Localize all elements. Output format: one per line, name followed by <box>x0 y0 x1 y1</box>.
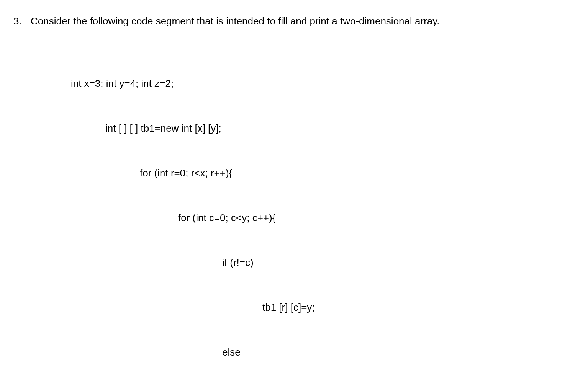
code-line-6: tb1 [r] [c]=y; <box>71 300 577 315</box>
code-block: int x=3; int y=4; int z=2; int [ ] [ ] t… <box>71 46 577 372</box>
code-line-5: if (r!=c) <box>71 255 577 270</box>
question-number: 3. <box>11 15 31 27</box>
code-line-4: for (int c=0; c<y; c++){ <box>71 210 577 225</box>
code-line-2: int [ ] [ ] tb1=new int [x] [y]; <box>71 121 577 136</box>
code-line-7: else <box>71 345 577 360</box>
code-line-1: int x=3; int y=4; int z=2; <box>71 76 577 91</box>
question-row: 3. Consider the following code segment t… <box>11 15 577 27</box>
code-line-3: for (int r=0; r<x; r++){ <box>71 166 577 181</box>
question-text: Consider the following code segment that… <box>31 15 577 27</box>
